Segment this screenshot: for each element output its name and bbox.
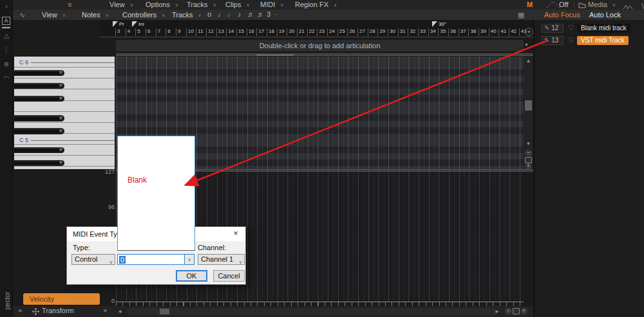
horizontal-scrollbar[interactable]	[128, 308, 496, 315]
collapse-panel-icon[interactable]: ›	[0, 3, 13, 10]
ruler-measure-19: 19	[277, 28, 285, 36]
toolbar-tracks-menu[interactable]: Tracks∨	[172, 11, 202, 19]
close-lane-button[interactable]: ×	[103, 307, 107, 314]
toolbar-controllers-menu[interactable]: Controllers∨	[122, 11, 165, 19]
media-menu[interactable]: Media∨	[588, 1, 616, 8]
black-key[interactable]	[14, 70, 64, 77]
channel-select[interactable]: Channel 1∨	[198, 254, 245, 265]
list-icon[interactable]: ≣	[0, 60, 13, 68]
ruler-measure-11: 11	[196, 28, 203, 36]
menu-view[interactable]: View∨	[109, 1, 133, 8]
lane-zoom-in-button[interactable]: +	[520, 308, 527, 314]
chevron-down-icon: ∨	[130, 3, 133, 7]
black-key[interactable]	[14, 147, 64, 154]
black-key[interactable]	[14, 83, 64, 89]
thirtysecond-note-button[interactable]: ♬	[257, 10, 264, 18]
ruler-measure-38: 38	[468, 28, 476, 36]
dropdown-option-blank[interactable]: Blank	[128, 176, 147, 185]
close-icon[interactable]: ×	[226, 227, 245, 241]
loop-icon[interactable]: ◠	[0, 75, 13, 82]
ruler-measure-32: 32	[408, 28, 415, 36]
menu-midi[interactable]: MIDI∨	[260, 1, 283, 8]
octave-label-c6: C 6	[19, 59, 28, 66]
menu-region-fx[interactable]: Region FX∨	[295, 1, 337, 8]
velocity-lane-tab[interactable]: Velocity	[23, 293, 100, 305]
track-number-badge[interactable]: ✎ 13	[542, 36, 564, 45]
articulation-bar[interactable]: Double-click or drag to add articulation	[116, 40, 524, 51]
value-combobox[interactable]: 0 ∨	[117, 254, 194, 265]
menu-options[interactable]: Options∨	[146, 1, 178, 8]
marker-ini[interactable]: Ini	[132, 21, 144, 27]
selected-value: 0	[119, 256, 126, 264]
track-name-pill[interactable]: Blank midi track	[577, 24, 630, 33]
ruler-measure-28: 28	[368, 28, 375, 36]
transform-button[interactable]: Transform	[42, 307, 74, 314]
eighth-note-button[interactable]: ♪	[238, 10, 242, 18]
track-row[interactable]: ✎ 12 ♡ Blank midi track	[538, 24, 644, 33]
menu-clips[interactable]: Clips∨	[225, 1, 250, 8]
heart-icon[interactable]: ♡	[568, 24, 574, 32]
zoom-out-button[interactable]: −	[525, 150, 532, 156]
scrollbar-thumb[interactable]	[160, 309, 169, 314]
ruler-measure-33: 33	[418, 28, 426, 36]
value-dropdown-list[interactable]: Blank	[117, 136, 195, 251]
time-ruler[interactable]: 3456789101112131415161718192021222324252…	[100, 20, 533, 37]
active-tab-underline	[2, 27, 10, 28]
heart-icon[interactable]: ♡	[568, 36, 574, 44]
mixer-icon[interactable]: ⋮	[0, 46, 13, 53]
whole-note-button[interactable]: o	[207, 10, 211, 18]
type-select[interactable]: Control∨	[71, 254, 115, 265]
ok-button[interactable]: OK	[176, 270, 207, 282]
track-row[interactable]: ✎ 13 ♡ VST midi Track	[538, 36, 644, 46]
snap-value[interactable]: Off	[559, 1, 568, 8]
toolbar-notes-menu[interactable]: Notes∨	[82, 11, 109, 19]
type-label: Type:	[73, 244, 90, 251]
articulation-map-icon[interactable]: A	[2, 17, 10, 25]
marker-30s[interactable]: 30"	[432, 21, 446, 27]
scroll-down-icon[interactable]: ▼	[524, 141, 533, 147]
ruler-measure-26: 26	[347, 28, 355, 36]
pane-splitter[interactable]	[116, 53, 533, 56]
inspector-tab[interactable]: pector	[4, 271, 11, 310]
black-key[interactable]	[14, 160, 64, 167]
cancel-button[interactable]: Cancel	[213, 270, 245, 282]
scroll-right-icon[interactable]: ►	[495, 309, 500, 314]
black-key[interactable]	[14, 115, 64, 122]
scroll-left-icon[interactable]: ◄	[117, 309, 122, 314]
auto-lock-toggle[interactable]: Auto Lock	[589, 11, 621, 19]
triplet-button[interactable]: 3	[267, 10, 270, 18]
articulation-dropdown-icon[interactable]: ▼	[524, 42, 529, 47]
scrollbar-thumb[interactable]	[525, 100, 532, 111]
metronome-icon[interactable]: △	[0, 32, 13, 39]
black-key[interactable]	[14, 128, 64, 134]
ruler-measure-4: 4	[126, 28, 130, 36]
hamburger-icon[interactable]: ≡	[68, 1, 71, 8]
half-note-button[interactable]: ♩	[218, 10, 225, 18]
snap-icon[interactable]: ⋰⋱	[546, 1, 560, 9]
vertical-scrollbar[interactable]: ▲ ▼ − +	[524, 57, 533, 169]
pencil-icon[interactable]: ✎	[544, 37, 549, 44]
sixteenth-note-button[interactable]: ♬	[247, 10, 254, 18]
lane-zoom-fit-button[interactable]	[513, 308, 520, 314]
track-name-pill-selected[interactable]: VST midi Track	[577, 36, 629, 45]
draw-tool-icon[interactable]: ∿	[19, 11, 25, 19]
auto-focus-toggle[interactable]: Auto Focus	[544, 11, 580, 19]
grid-icon[interactable]: ▦	[518, 11, 524, 19]
menu-tracks[interactable]: Tracks∨	[187, 1, 216, 8]
piano-keyboard[interactable]: C 6 C 5	[14, 57, 115, 169]
dropdown-button[interactable]: ∨	[184, 255, 194, 264]
ruler-measure-18: 18	[267, 28, 274, 36]
midi-badge[interactable]: M	[527, 1, 533, 8]
toolbar-view-menu[interactable]: View∨	[42, 11, 66, 19]
splitter-handle[interactable]	[256, 55, 294, 55]
track-number-badge[interactable]: ✎ 12	[542, 24, 564, 33]
black-key[interactable]	[14, 96, 64, 102]
lane-zoom-out-button[interactable]: −	[505, 308, 512, 314]
pencil-icon[interactable]: ✎	[544, 24, 549, 32]
add-marker-button[interactable]: +	[525, 28, 533, 36]
scroll-up-icon[interactable]: ▲	[524, 58, 533, 64]
dotted-note-button[interactable]: ·	[275, 10, 278, 18]
marker-pr[interactable]: Pr	[113, 21, 124, 27]
quarter-note-button-active[interactable]: ♩	[227, 10, 234, 18]
add-lane-button[interactable]: +	[18, 307, 22, 314]
